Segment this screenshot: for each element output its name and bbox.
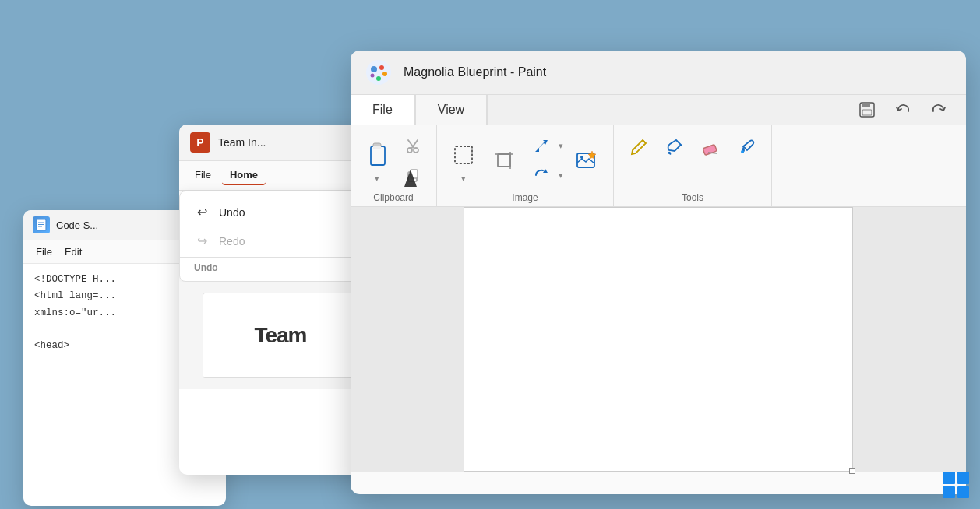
windows-start-button[interactable]: [943, 472, 969, 498]
svg-line-32: [708, 153, 717, 153]
redo-label: Redo: [219, 235, 245, 247]
paint-ribbon-tabrow: File View: [351, 95, 966, 125]
paint-canvas-area: [351, 207, 966, 472]
paint-title: Magnolia Blueprint - Paint: [404, 65, 546, 79]
resize-dropdown-arrow[interactable]: ▾: [559, 141, 563, 151]
win-tile-3: [943, 486, 955, 499]
win-tile-2: [957, 472, 970, 484]
tools-row2: [695, 132, 762, 163]
tools-icons: [623, 132, 762, 163]
resize-button[interactable]: [527, 132, 555, 160]
mouse-cursor: [404, 170, 417, 187]
slide-text: Team: [254, 323, 306, 348]
ppt-title: Team In...: [218, 136, 266, 149]
ribbon-section-tools: Tools: [614, 125, 772, 206]
fill-button[interactable]: [659, 132, 690, 163]
svg-rect-23: [498, 154, 510, 167]
win-tile-1: [943, 472, 955, 484]
svg-rect-13: [371, 146, 385, 165]
image-add-button[interactable]: [569, 143, 604, 177]
paint-titlebar: Magnolia Blueprint - Paint: [351, 51, 966, 95]
resize-row: ▾: [527, 132, 563, 160]
undo-icon: ↩: [194, 205, 210, 219]
ppt-app-icon: P: [190, 132, 210, 153]
svg-line-30: [643, 140, 646, 143]
undo-button[interactable]: [888, 95, 918, 125]
paint-canvas[interactable]: [464, 207, 853, 472]
clipboard-icons: ▾: [360, 132, 427, 189]
svg-point-7: [382, 72, 387, 76]
crop-group: [487, 143, 521, 177]
svg-point-33: [741, 150, 744, 153]
notepad-menu-file[interactable]: File: [30, 244, 58, 260]
paint-ribbon: ▾ Clipboard: [351, 125, 966, 207]
svg-point-6: [379, 65, 384, 70]
svg-point-19: [414, 148, 418, 153]
tools-label: Tools: [682, 192, 703, 203]
rotate-dropdown-arrow[interactable]: ▾: [559, 170, 563, 181]
svg-rect-12: [862, 110, 872, 115]
ppt-menu-home[interactable]: Home: [222, 166, 266, 185]
svg-rect-22: [455, 146, 472, 163]
select-dropdown-arrow[interactable]: ▾: [461, 174, 466, 184]
ppt-menu-file[interactable]: File: [187, 166, 219, 185]
svg-point-9: [371, 74, 375, 78]
paint-quick-access: [488, 95, 966, 125]
crop-button[interactable]: [487, 143, 521, 177]
svg-point-28: [580, 156, 583, 159]
svg-point-8: [376, 76, 381, 81]
paint-tab-view[interactable]: View: [416, 95, 487, 125]
ribbon-section-image: ▾ ▾: [437, 125, 614, 206]
redo-button[interactable]: [924, 95, 954, 125]
svg-point-4: [366, 60, 391, 85]
svg-point-5: [371, 66, 377, 72]
rotate-button[interactable]: [527, 161, 555, 189]
undo-label: Undo: [219, 206, 245, 219]
resize-group: ▾ ▾: [527, 132, 563, 189]
clipboard-label: Clipboard: [373, 192, 413, 203]
eyedropper-button[interactable]: [731, 132, 762, 163]
paste-dropdown-arrow[interactable]: ▾: [375, 174, 379, 184]
cut-button[interactable]: [399, 132, 427, 160]
tools-row1: [623, 132, 690, 163]
paint-tab-file[interactable]: File: [351, 95, 415, 125]
paste-button[interactable]: [360, 138, 394, 172]
ribbon-section-clipboard: ▾ Clipboard: [351, 125, 437, 206]
paint-window: Magnolia Blueprint - Paint File View: [351, 51, 966, 494]
svg-rect-11: [862, 103, 870, 107]
image-icons: ▾ ▾: [446, 132, 604, 189]
notepad-app-icon: [33, 216, 50, 233]
pencil-button[interactable]: [623, 132, 654, 163]
win-tile-4: [957, 486, 970, 499]
notepad-menu-edit[interactable]: Edit: [58, 244, 88, 260]
select-group: ▾: [446, 138, 481, 184]
svg-rect-15: [373, 146, 381, 149]
ppt-slide-preview: Team: [203, 293, 358, 378]
svg-marker-26: [543, 169, 548, 173]
notepad-title: Code S...: [56, 219, 98, 231]
save-button[interactable]: [852, 95, 882, 125]
redo-icon: ↪: [194, 233, 210, 248]
image-label: Image: [512, 192, 538, 203]
rotate-row: ▾: [527, 161, 563, 189]
paint-app-icon: [365, 58, 393, 86]
svg-point-18: [407, 148, 412, 153]
paste-group: ▾: [360, 138, 394, 184]
eraser-button[interactable]: [695, 132, 726, 163]
select-button[interactable]: [446, 138, 481, 172]
canvas-resize-handle[interactable]: [849, 468, 855, 474]
